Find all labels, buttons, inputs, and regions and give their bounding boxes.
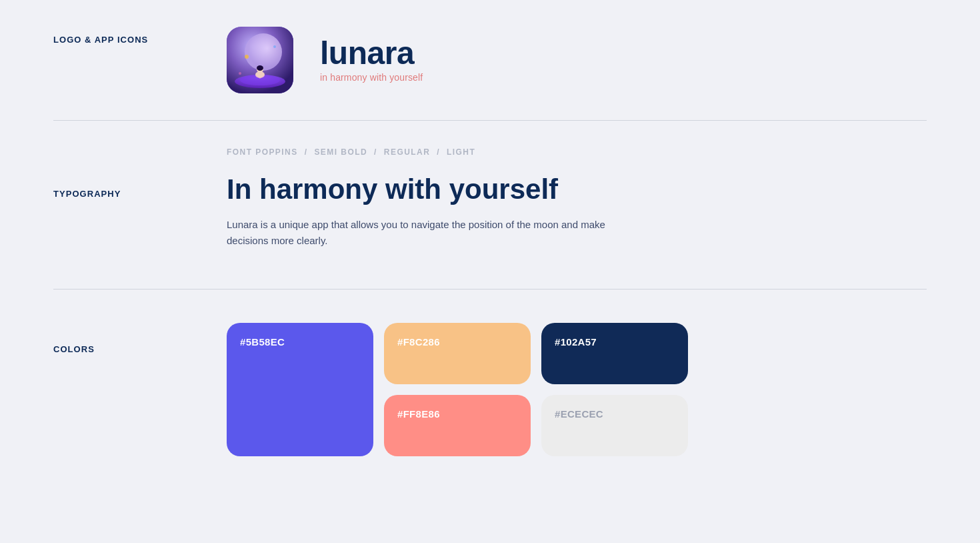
font-separator-3: / [437,147,440,157]
logo-name: lunara [320,37,423,69]
color-label-orange: #F8C286 [397,336,440,348]
svg-point-8 [273,45,276,48]
color-label-salmon: #FF8E86 [397,408,440,420]
colors-section: #5B58EC #F8C286 #102A57 #FF8E86 [227,303,927,483]
colors-section-label: COLORS [53,344,95,354]
color-swatch-orange: #F8C286 [384,323,531,384]
font-name: FONT POPPINS [227,147,298,157]
svg-point-9 [239,72,241,75]
color-swatch-purple: #5B58EC [227,323,373,456]
logo-text-block: lunara in harmony with yourself [320,37,423,83]
colors-section-content: #5B58EC #F8C286 #102A57 #FF8E86 [227,303,927,483]
font-weight-regular: REGULAR [384,147,430,157]
logo-section-content: lunara in harmony with yourself [227,13,927,120]
logo-section: lunara in harmony with yourself [227,13,927,120]
color-label-purple: #5B58EC [240,336,285,348]
font-weight-light: LIGHT [447,147,475,157]
color-swatch-salmon: #FF8E86 [384,395,531,456]
svg-point-1 [245,33,282,71]
typography-section: FONT POPPINS / SEMI BOLD / REGULAR / LIG… [227,134,927,276]
typography-section-label: TYPOGRAPHY [53,189,121,199]
color-swatch-navy: #102A57 [541,323,688,384]
font-separator-2: / [374,147,377,157]
svg-point-7 [245,55,249,59]
typography-section-content: FONT POPPINS / SEMI BOLD / REGULAR / LIG… [227,134,927,276]
color-swatch-gray: #ECECEC [541,395,688,456]
colors-grid: #5B58EC #F8C286 #102A57 #FF8E86 [227,323,927,456]
color-label-gray: #ECECEC [555,408,603,420]
font-weight-semibold: SEMI BOLD [314,147,367,157]
font-separator-1: / [305,147,308,157]
typography-heading: In harmony with yourself [227,173,927,206]
svg-point-6 [257,65,263,71]
font-info: FONT POPPINS / SEMI BOLD / REGULAR / LIG… [227,147,927,157]
typography-body: Lunara is a unique app that allows you t… [227,217,627,249]
logo-section-label: LOGO & APP ICONS [53,35,148,45]
logo-tagline: in harmony with yourself [320,72,423,83]
color-label-navy: #102A57 [555,336,597,348]
app-icon [227,27,293,93]
